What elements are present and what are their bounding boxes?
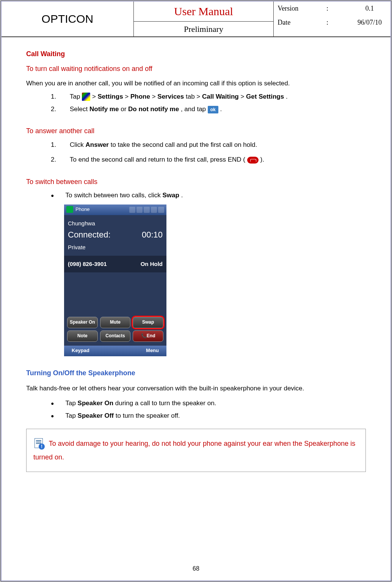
speakerphone-intro: Talk hands-free or let others hear your … [26,382,366,395]
windows-icon [66,206,73,213]
call-timer: 00:10 [142,228,163,241]
carrier: Chunghwa [68,219,163,228]
txt: to take the second call and put the firs… [111,141,257,148]
step-1: 1. Click Answer to take the second call … [51,140,366,150]
contacts-button[interactable]: Contacts [100,330,131,342]
sub-turn-notifications: To turn call waiting notifications on an… [26,63,366,74]
txt: To end the second call and return to the… [70,156,245,163]
step-text: Tap > Settings > Phone > Services tab > … [70,91,288,102]
note-text: To avoid damage to your hearing, do not … [33,440,355,461]
txt: > [240,93,246,100]
bullet-text: To switch between two calls, click Swap … [65,190,183,200]
doc-title: User Manual [134,2,273,22]
bullet-icon: ● [51,191,54,200]
meta-block: Version : 0.1 Date : 96/07/10 [274,2,390,36]
version-label: Version [278,3,304,14]
speaker-on-button[interactable]: Speaker On [67,317,98,328]
colon: : [326,17,330,28]
softkey-bar: Keypad Menu [64,346,166,356]
swap-button[interactable]: Swap [133,317,163,328]
private-label: Private [68,243,163,252]
bold-call-waiting: Call Waiting [202,93,239,100]
bullet-text: Tap Speaker Off to turn the speaker off. [65,411,180,421]
txt: > [125,93,130,100]
note-icon: ! [33,438,45,450]
bold-swap: Swap [163,192,179,199]
tray-icon [151,207,157,213]
txt: during a call to turn the speaker on. [115,400,216,407]
bold-services: Services [157,93,184,100]
step-2: 2. Select Notify me or Do not notify me … [51,104,366,114]
section-call-waiting: Call Waiting [26,49,366,60]
bold-settings: Settings [98,93,123,100]
app-title: Phone [75,206,90,214]
phone-screenshot: Phone Chunghwa Connected: 00:10 Private [64,204,166,356]
step-number: 2. [51,104,58,114]
txt: Tap [70,93,82,100]
txt: . [286,93,288,100]
note-button[interactable]: Note [67,330,98,342]
bullet-item: ● Tap Speaker On during a call to turn t… [51,398,366,408]
hold-number: (098) 826-3901 [68,260,107,269]
softkey-keypad[interactable]: Keypad [72,347,89,355]
txt: Tap [65,412,77,419]
close-icon [158,207,164,213]
txt: ). [260,156,264,163]
tray-icons [129,207,164,213]
date-label: Date [278,17,304,28]
bold-answer: Answer [86,141,109,148]
bullet-list: ● To switch between two calls, click Swa… [51,190,366,200]
alert-badge: ! [39,444,45,450]
bullet-icon: ● [51,412,54,420]
end-button[interactable]: 📞 End [133,330,163,342]
step-text: To end the second call and return to the… [70,154,264,165]
txt: To switch between two calls, click [65,192,162,199]
call-body: Chunghwa Connected: 00:10 Private (098) … [64,215,166,280]
page-number: 68 [2,564,390,574]
bold-speaker-off: Speaker Off [78,412,114,419]
txt: . [220,105,222,113]
warning-note: ! To avoid damage to your hearing, do no… [26,429,366,472]
colon: : [326,3,330,14]
hold-status: On Hold [141,260,163,269]
txt: tab > [186,93,202,100]
sub-switch-calls: To switch between calls [26,176,366,187]
txt: Tap [65,400,77,407]
bullet-text: Tap Speaker On during a call to turn the… [65,398,216,408]
bold-dont-notify: Do not notify me [128,105,179,113]
bullet-item: ● To switch between two calls, click Swa… [51,190,366,200]
section-speakerphone: Turning On/Off the Speakerphone [26,368,366,379]
txt: Click [70,141,86,148]
txt: . [181,192,183,199]
txt: , and tap [181,105,208,113]
softkey-menu[interactable]: Menu [146,347,159,355]
txt: to turn the speaker off. [116,412,180,419]
intro-text: When you are in another call, you will b… [26,78,366,88]
tray-icon [129,207,135,213]
steps-list: 1. Tap > Settings > Phone > Services tab… [51,91,366,114]
bold-get-settings: Get Settings [246,93,284,100]
bullet-item: ● Tap Speaker Off to turn the speaker of… [51,411,366,421]
title-block: User Manual Preliminary [134,2,274,36]
brand: OPTICON [2,2,134,36]
date-value: 96/07/10 [353,17,387,28]
end-label: End [147,332,155,340]
title-bar: Phone [64,204,166,215]
step-number: 2. [51,154,58,165]
tray-icon [136,207,143,213]
bold-notify: Notify me [89,105,119,113]
step-text: Click Answer to take the second call and… [70,140,257,150]
bold-phone: Phone [130,93,150,100]
end-call-icon [247,157,259,164]
step-number: 1. [51,140,58,150]
bullet-icon: ● [51,399,54,407]
bullet-list-2: ● Tap Speaker On during a call to turn t… [51,398,366,421]
start-icon [82,93,90,101]
steps-list-2: 1. Click Answer to take the second call … [51,140,366,165]
step-2: 2. To end the second call and return to … [51,154,366,165]
txt: > [152,93,158,100]
doc-subtitle: Preliminary [134,22,273,36]
mute-button[interactable]: Mute [100,317,131,328]
step-1: 1. Tap > Settings > Phone > Services tab… [51,91,366,102]
txt: > [92,93,98,100]
